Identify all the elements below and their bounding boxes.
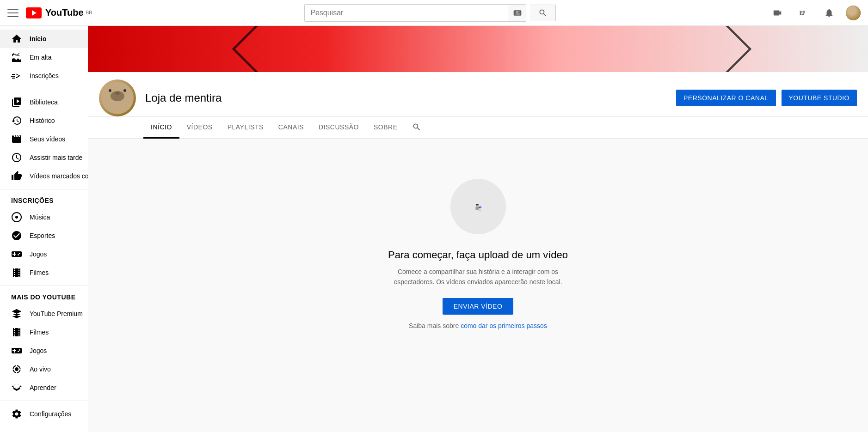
sidebar-label-biblioteca: Biblioteca bbox=[30, 98, 58, 106]
svg-point-11 bbox=[476, 205, 477, 206]
svg-point-12 bbox=[477, 205, 478, 206]
keyboard-shortcut bbox=[509, 5, 526, 21]
cameraman-svg bbox=[473, 201, 484, 212]
sidebar-item-historico[interactable]: Histórico bbox=[0, 111, 88, 130]
sidebar-label-inscricoes: Inscrições bbox=[30, 72, 59, 79]
sidebar-label-filmes-mais: Filmes bbox=[30, 329, 49, 336]
channel-actions: PERSONALIZAR O CANAL YOUTUBE STUDIO bbox=[676, 90, 857, 106]
search-button[interactable] bbox=[530, 5, 556, 21]
learn-more-text: Saiba mais sobre como dar os primeiros p… bbox=[409, 322, 547, 329]
sidebar-item-filmes-mais[interactable]: Filmes bbox=[0, 323, 88, 341]
sidebar-item-musica[interactable]: Música bbox=[0, 208, 88, 226]
divider-2 bbox=[0, 189, 88, 189]
svg-point-1 bbox=[15, 216, 18, 219]
tab-sobre[interactable]: SOBRE bbox=[366, 117, 405, 139]
sidebar-label-esportes: Esportes bbox=[30, 232, 55, 239]
empty-subtitle: Comece a compartilhar sua história e a i… bbox=[390, 267, 566, 287]
learn-more-link[interactable]: como dar os primeiros passos bbox=[461, 322, 547, 329]
sidebar-label-musica: Música bbox=[30, 213, 50, 221]
youtube-wordmark: YouTube bbox=[45, 7, 84, 18]
header-left: YouTube BR bbox=[7, 7, 92, 18]
notifications-button[interactable] bbox=[820, 4, 838, 22]
main-content: Loja de mentira PERSONALIZAR O CANAL YOU… bbox=[88, 26, 868, 370]
sidebar-label-em-alta: Em alta bbox=[30, 54, 51, 61]
channel-tabs: INÍCIO VÍDEOS PLAYLISTS CANAIS DISCUSSÃO… bbox=[88, 117, 868, 139]
sidebar-item-inscricoes[interactable]: Inscrições bbox=[0, 67, 88, 85]
channel-name: Loja de mentira bbox=[145, 91, 667, 104]
sidebar-item-filmes-inscr[interactable]: Filmes bbox=[0, 263, 88, 282]
sidebar-item-inicio[interactable]: Início bbox=[0, 30, 88, 48]
search-input[interactable] bbox=[305, 5, 509, 21]
mais-section-title: MAIS DO YOUTUBE bbox=[0, 290, 88, 304]
divider-3 bbox=[0, 286, 88, 286]
avatar-face bbox=[101, 82, 134, 114]
banner-decoration-left bbox=[208, 26, 301, 72]
sidebar-label-jogos-inscr: Jogos bbox=[30, 250, 47, 258]
svg-rect-17 bbox=[480, 208, 480, 210]
tab-playlists[interactable]: PLAYLISTS bbox=[220, 117, 271, 139]
sidebar-label-ao-vivo: Ao vivo bbox=[30, 365, 51, 370]
channel-avatar bbox=[99, 79, 136, 116]
empty-title: Para começar, faça upload de um vídeo bbox=[388, 249, 568, 261]
header-center bbox=[92, 4, 768, 22]
empty-state: Para começar, faça upload de um vídeo Co… bbox=[88, 139, 868, 370]
svg-point-15 bbox=[479, 207, 479, 207]
divider-1 bbox=[0, 89, 88, 89]
apps-button[interactable] bbox=[794, 4, 813, 22]
games-icon bbox=[11, 249, 22, 260]
youtube-studio-button[interactable]: YOUTUBE STUDIO bbox=[782, 90, 857, 106]
youtube-logo[interactable]: YouTube BR bbox=[26, 7, 92, 18]
sidebar-item-biblioteca[interactable]: Biblioteca bbox=[0, 93, 88, 111]
upload-video-button[interactable]: ENVIAR VÍDEO bbox=[443, 298, 514, 315]
sidebar-item-jogos-inscr[interactable]: Jogos bbox=[0, 245, 88, 263]
sidebar-item-esportes[interactable]: Esportes bbox=[0, 226, 88, 245]
tab-discussao[interactable]: DISCUSSÃO bbox=[311, 117, 366, 139]
create-video-button[interactable] bbox=[768, 4, 787, 22]
svg-rect-3 bbox=[475, 207, 479, 210]
eye-right bbox=[123, 89, 126, 92]
sidebar-label-seus-videos: Seus vídeos bbox=[30, 135, 65, 143]
customize-channel-button[interactable]: PERSONALIZAR O CANAL bbox=[676, 90, 776, 106]
your-videos-icon bbox=[11, 134, 22, 145]
trending-icon bbox=[11, 52, 22, 63]
liked-icon bbox=[11, 170, 22, 182]
sidebar-item-assistir-mais-tarde[interactable]: Assistir mais tarde bbox=[0, 148, 88, 167]
eye-left bbox=[109, 89, 111, 92]
sports-icon bbox=[11, 230, 22, 241]
films2-icon bbox=[11, 327, 22, 338]
tab-videos[interactable]: VÍDEOS bbox=[179, 117, 220, 139]
header-right bbox=[768, 4, 861, 22]
tab-search-button[interactable] bbox=[408, 119, 425, 137]
library-icon bbox=[11, 97, 22, 108]
sidebar-item-videos-marcados[interactable]: Vídeos marcados co... bbox=[0, 167, 88, 185]
sidebar-label-inicio: Início bbox=[30, 35, 47, 43]
channel-info-bar: Loja de mentira PERSONALIZAR O CANAL YOU… bbox=[88, 72, 868, 117]
sidebar-item-ao-vivo[interactable]: Ao vivo bbox=[0, 360, 88, 370]
sidebar-item-em-alta[interactable]: Em alta bbox=[0, 48, 88, 67]
music-icon bbox=[11, 212, 22, 223]
sidebar-item-jogos-mais[interactable]: Jogos bbox=[0, 341, 88, 360]
country-label: BR bbox=[86, 10, 92, 15]
sidebar-item-seus-videos[interactable]: Seus vídeos bbox=[0, 130, 88, 148]
channel-name-section: Loja de mentira bbox=[145, 91, 667, 104]
watch-later-icon bbox=[11, 152, 22, 163]
sidebar-label-youtube-premium: YouTube Premium bbox=[30, 310, 83, 317]
menu-button[interactable] bbox=[7, 7, 18, 18]
sidebar: Início Em alta Inscrições Biblioteca His… bbox=[0, 26, 88, 370]
upload-illustration bbox=[450, 179, 506, 234]
sidebar-label-historico: Histórico bbox=[30, 117, 55, 124]
banner-decoration-right bbox=[683, 26, 776, 72]
sidebar-item-youtube-premium[interactable]: YouTube Premium bbox=[0, 304, 88, 323]
svg-rect-16 bbox=[480, 206, 480, 207]
nose bbox=[115, 92, 120, 95]
tab-inicio[interactable]: INÍCIO bbox=[143, 117, 179, 139]
sidebar-label-assistir-mais-tarde: Assistir mais tarde bbox=[30, 154, 82, 161]
subscriptions-icon bbox=[11, 70, 22, 81]
avatar[interactable] bbox=[846, 6, 861, 20]
notification-icon-btn[interactable] bbox=[820, 4, 838, 22]
premium-icon bbox=[11, 308, 22, 319]
tab-canais[interactable]: CANAIS bbox=[271, 117, 311, 139]
channel-banner bbox=[88, 26, 868, 72]
sidebar-label-filmes-inscr: Filmes bbox=[30, 269, 49, 276]
search-bar bbox=[304, 4, 526, 22]
